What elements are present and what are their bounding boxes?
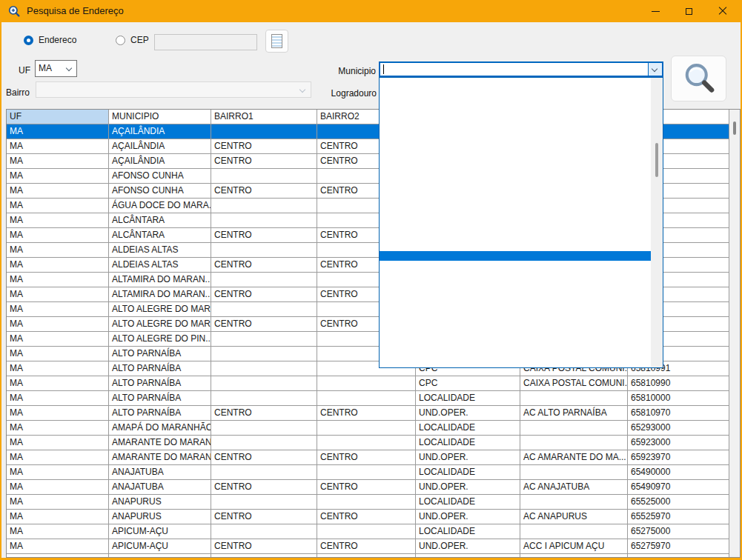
dropdown-item[interactable] [380,145,651,155]
cell-municipio[interactable]: ALTAMIRA DO MARAN... [109,273,211,287]
cell-municipio[interactable]: AMARANTE DO MARAN... [109,436,211,450]
cell-bairro1[interactable] [211,554,317,558]
cell-nome[interactable]: AC AMARANTE DO MA... [520,450,628,465]
dropdown-item[interactable] [380,174,651,184]
cell-bairro1[interactable] [211,524,317,539]
cell-tipo[interactable]: LOCALIDADE [416,465,520,480]
radio-endereco[interactable]: Endereco [24,35,76,45]
cell-bairro1[interactable] [211,124,317,139]
dropdown-item[interactable] [380,78,651,87]
grid-vertical-scrollbar[interactable] [729,110,740,557]
cell-bairro2[interactable]: CENTRO [317,480,416,495]
cell-bairro1[interactable]: CENTRO [211,406,317,421]
cell-municipio[interactable]: ANAJATUBA [109,465,211,480]
cell-municipio[interactable]: ANAJATUBA [109,480,211,495]
cell-bairro1[interactable] [211,376,317,391]
search-button[interactable] [671,56,726,101]
cell-cep[interactable]: 65810000 [628,391,729,406]
bairro-combobox[interactable] [36,81,311,98]
cell-uf[interactable]: MA [7,391,109,406]
dropdown-item[interactable] [380,87,651,97]
dropdown-scrollbar-thumb[interactable] [655,143,658,177]
dropdown-item[interactable] [380,155,651,164]
cell-bairro1[interactable] [211,361,317,376]
dropdown-item[interactable] [380,309,651,319]
cell-uf[interactable] [7,554,109,558]
dropdown-item[interactable] [380,222,651,232]
dropdown-item[interactable] [380,164,651,174]
table-row[interactable]: MA ANAPURUS LOCALIDADE 65525000 [7,495,729,510]
cell-nome[interactable]: AC ANAJATUBA [520,480,628,495]
cell-nome[interactable] [520,495,628,510]
cell-nome[interactable] [520,524,628,539]
cell-municipio[interactable]: APICUM-AÇU [109,539,211,554]
cell-bairro1[interactable] [211,347,317,361]
cell-uf[interactable]: MA [7,332,109,347]
table-row[interactable]: MA ANAJATUBA CENTRO CENTRO UND.OPER. AC … [7,480,729,495]
cell-cep[interactable]: 65525000 [628,495,729,510]
cell-bairro1[interactable]: CENTRO [211,287,317,302]
cell-uf[interactable]: MA [7,287,109,302]
cell-uf[interactable]: MA [7,510,109,524]
cell-nome[interactable] [520,391,628,406]
cell-municipio[interactable]: AFONSO CUNHA [109,184,211,199]
cell-bairro1[interactable]: CENTRO [211,450,317,465]
cell-municipio[interactable]: AMAPÁ DO MARANHÃO [109,421,211,436]
column-header-bairro1[interactable]: BAIRRO1 [211,110,317,124]
table-row[interactable]: MA ANAJATUBA LOCALIDADE 65490000 [7,465,729,480]
cell-cep[interactable]: 65490970 [628,480,729,495]
cell-municipio[interactable]: ALTO PARNAÍBA [109,361,211,376]
cell-bairro1[interactable] [211,495,317,510]
cell-uf[interactable]: MA [7,436,109,450]
radio-cep[interactable]: CEP [116,35,149,45]
cell-bairro1[interactable] [211,465,317,480]
cell-tipo[interactable]: UND.OPER. [416,510,520,524]
cell-uf[interactable]: MA [7,124,109,139]
table-row[interactable]: MA AMARANTE DO MARAN... CENTRO CENTRO UN… [7,450,729,465]
cell-cep[interactable]: 65525970 [628,510,729,524]
cell-uf[interactable]: MA [7,406,109,421]
cell-municipio[interactable]: ALTO PARNAÍBA [109,391,211,406]
cell-tipo[interactable]: LOCALIDADE [416,524,520,539]
cell-municipio[interactable]: ALCÂNTARA [109,213,211,228]
cell-bairro1[interactable] [211,391,317,406]
dropdown-item[interactable] [380,251,651,261]
cell-municipio[interactable]: ALTO PARNAÍBA [109,376,211,391]
cell-bairro1[interactable] [211,273,317,287]
table-row[interactable]: MA ALTO PARNAÍBA CPC CAIXA POSTAL COMUNI… [7,376,729,391]
cell-nome[interactable]: CAIXA POSTAL COMUNI... [520,376,628,391]
cell-uf[interactable]: MA [7,539,109,554]
cell-uf[interactable]: MA [7,213,109,228]
cell-uf[interactable]: MA [7,317,109,332]
cell-uf[interactable]: MA [7,228,109,243]
cell-municipio[interactable]: ANAPURUS [109,495,211,510]
cell-nome[interactable] [520,421,628,436]
cell-municipio[interactable]: ANAPURUS [109,510,211,524]
cell-tipo[interactable]: LOCALIDADE [416,436,520,450]
dropdown-item[interactable] [380,184,651,193]
close-button[interactable] [706,0,739,22]
cell-bairro1[interactable] [211,199,317,213]
cell-municipio[interactable]: AÇAILÂNDIA [109,154,211,169]
cell-bairro1[interactable] [211,243,317,258]
cell-municipio[interactable]: ALTO PARNAÍBA [109,347,211,361]
cell-uf[interactable]: MA [7,273,109,287]
cell-bairro1[interactable] [211,169,317,184]
dropdown-item[interactable] [380,290,651,299]
cell-cep[interactable]: 65810970 [628,406,729,421]
maximize-button[interactable] [672,0,706,22]
cell-uf[interactable]: MA [7,465,109,480]
dropdown-item[interactable] [380,126,651,136]
dropdown-item[interactable] [380,136,651,145]
cell-bairro1[interactable] [211,332,317,347]
table-row[interactable]: MA APICUM-AÇU LOCALIDADE 65275000 [7,524,729,539]
cell-uf[interactable]: MA [7,302,109,317]
dropdown-item[interactable] [380,232,651,241]
cell-nome[interactable] [520,465,628,480]
grid-scrollbar-thumb[interactable] [733,121,736,135]
cell-cep[interactable]: 65923970 [628,450,729,465]
dropdown-item[interactable] [380,270,651,280]
cell-bairro1[interactable]: CENTRO [211,317,317,332]
uf-combobox[interactable]: MA [35,60,77,77]
dropdown-item[interactable] [380,299,651,309]
